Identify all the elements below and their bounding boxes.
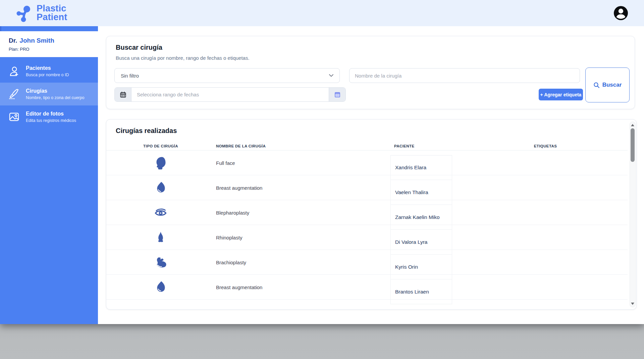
surgery-name-input[interactable] xyxy=(349,68,580,83)
app-logo: Plastic Patient xyxy=(15,4,67,22)
tags-cell xyxy=(519,275,572,300)
patient-add-icon xyxy=(8,65,20,77)
table-row[interactable]: Rhinoplasty Di Valora Lyra xyxy=(106,225,628,250)
sidebar-menu: Pacientes Busca por nombre o ID Cirugías… xyxy=(0,60,98,128)
photo-icon xyxy=(8,111,20,123)
add-tag-button[interactable]: + Agregar etiqueta xyxy=(539,89,583,100)
nose-icon xyxy=(154,231,167,244)
scroll-down-icon[interactable] xyxy=(631,303,634,305)
patient-cell: Brantos Liraen xyxy=(390,279,452,304)
doctor-info: Dr.John Smith Plan: PRO xyxy=(0,31,98,57)
plan-badge: Plan: PRO xyxy=(9,47,98,52)
table-row[interactable]: Full face Xandris Elara xyxy=(106,150,628,175)
head-icon xyxy=(154,156,167,170)
doctor-name: John Smith xyxy=(19,37,54,44)
column-header-nombre: Nombre de la cirugía xyxy=(216,144,266,148)
date-range-input[interactable] xyxy=(131,88,329,101)
table-row[interactable]: Breast augmentation Brantos Liraen xyxy=(106,275,628,300)
scrollbar-thumb[interactable] xyxy=(631,128,635,162)
column-header-tipo: Tipo de cirugía xyxy=(134,144,187,148)
user-avatar-icon[interactable] xyxy=(613,5,629,21)
bicep-icon xyxy=(154,256,167,269)
table-row[interactable]: Blepharoplasty Zarnak Kaelin Miko xyxy=(106,200,628,225)
eye-icon xyxy=(154,206,167,219)
search-icon xyxy=(593,82,600,88)
tags-cell xyxy=(519,175,572,200)
scroll-up-icon[interactable] xyxy=(631,124,634,126)
column-header-etiquetas: Etiquetas xyxy=(519,144,572,148)
breast-icon xyxy=(154,280,167,294)
table-scrollbar[interactable] xyxy=(630,122,636,307)
molecule-logo-icon xyxy=(15,4,33,22)
calendar-icon-button[interactable] xyxy=(115,88,131,101)
filter-select-value: Sin filtro xyxy=(121,73,329,79)
surgeries-table: Full face Xandris Elara Breast augmentat… xyxy=(106,150,628,300)
search-surgery-card: Buscar cirugía Busca una cirugía por nom… xyxy=(106,36,635,109)
breast-icon xyxy=(154,181,167,194)
search-card-subtitle: Busca una cirugía por nombre, rango de f… xyxy=(116,55,250,61)
table-row[interactable]: Breast augmentation Vaelen Thalira xyxy=(106,175,628,200)
top-header: Plastic Patient xyxy=(0,0,644,26)
sidebar-item-pacientes[interactable]: Pacientes Busca por nombre o ID xyxy=(0,60,98,83)
tags-cell xyxy=(519,150,572,175)
main-content: Buscar cirugía Busca una cirugía por nom… xyxy=(98,26,644,324)
tags-cell xyxy=(519,225,572,250)
app-title: Plastic Patient xyxy=(37,4,67,21)
scalpel-icon xyxy=(8,88,20,100)
tags-cell xyxy=(519,250,572,275)
sidebar-item-editor-de-fotos[interactable]: Editor de fotos Edita tus registros médi… xyxy=(0,105,98,128)
surgeries-done-card: Cirugías realizadas Tipo de cirugía Nomb… xyxy=(106,119,637,310)
search-button[interactable]: Buscar xyxy=(585,68,630,102)
app-window: Plastic Patient Dr.John Smith Plan: PRO xyxy=(0,0,644,324)
search-card-title: Buscar cirugía xyxy=(116,44,162,51)
sidebar-top-strip xyxy=(0,26,98,31)
tags-cell xyxy=(519,200,572,225)
sidebar: Dr.John Smith Plan: PRO Pacientes B xyxy=(0,26,98,324)
column-header-paciente: Paciente xyxy=(394,144,415,148)
chevron-down-icon xyxy=(329,74,333,77)
filter-select[interactable]: Sin filtro xyxy=(114,68,340,83)
sidebar-item-cirugias[interactable]: Cirugías Nombre, tipo o zona del cuerpo xyxy=(0,83,98,105)
table-row[interactable]: Brachioplasty Kyris Orin xyxy=(106,250,628,275)
doctor-prefix: Dr. xyxy=(9,37,17,44)
date-range-group xyxy=(114,87,346,102)
calendar-picker-icon[interactable] xyxy=(329,88,345,101)
results-card-title: Cirugías realizadas xyxy=(116,127,177,135)
